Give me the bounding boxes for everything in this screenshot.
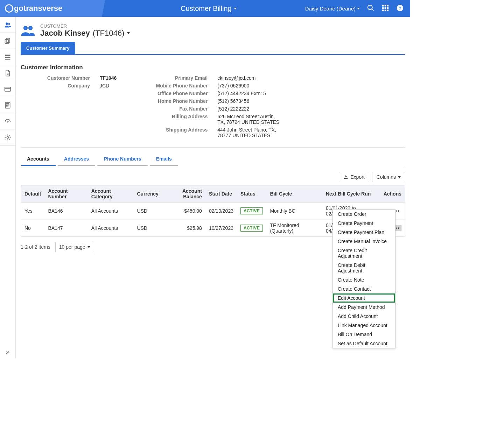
help-icon[interactable]: ? xyxy=(396,4,404,13)
cell-default: No xyxy=(21,220,44,237)
label-home: Home Phone Number xyxy=(148,98,208,104)
customer-code: (TF1046) xyxy=(93,29,124,38)
menu-item-create-debit-adjustment[interactable]: Create Debit Adjustment xyxy=(333,261,395,275)
svg-point-33 xyxy=(7,136,9,138)
cell-start-date: 02/10/2023 xyxy=(205,203,237,220)
brand-logo[interactable]: gotransverse xyxy=(0,0,112,17)
subtab-addresses[interactable]: Addresses xyxy=(58,153,96,166)
caret-down-icon xyxy=(398,176,401,178)
svg-point-13 xyxy=(8,23,10,25)
label-shipping: Shipping Address xyxy=(148,127,208,138)
user-menu[interactable]: Daisy Deane (Deane) xyxy=(305,6,360,12)
document-icon xyxy=(4,70,11,77)
customer-info-section: Customer Information Customer Number TF1… xyxy=(16,55,410,138)
cell-account-number: BA147 xyxy=(44,220,88,237)
rail-customers[interactable] xyxy=(0,17,15,33)
svg-point-27 xyxy=(8,105,9,106)
subtab-accounts[interactable]: Accounts xyxy=(21,153,56,166)
apps-grid-icon[interactable] xyxy=(382,4,389,13)
menu-item-set-as-default-account[interactable]: Set as Default Account xyxy=(333,339,395,348)
rail-expand-toggle[interactable] xyxy=(0,346,15,359)
value-customer-number: TF1046 xyxy=(100,75,117,81)
download-icon xyxy=(343,175,348,179)
menu-item-bill-on-demand[interactable]: Bill On Demand xyxy=(333,330,395,339)
svg-rect-22 xyxy=(5,88,11,89)
svg-rect-14 xyxy=(6,38,10,42)
menu-item-create-contact[interactable]: Create Contact xyxy=(333,284,395,293)
value-mobile: (737) 0626900 xyxy=(217,83,280,88)
section-heading: Customer Information xyxy=(21,64,405,71)
copy-icon xyxy=(4,37,11,44)
columns-button[interactable]: Columns xyxy=(372,172,405,182)
rail-copy[interactable] xyxy=(0,33,15,49)
menu-item-edit-account[interactable]: Edit Account xyxy=(333,293,395,303)
svg-point-29 xyxy=(7,106,8,107)
th-start-date[interactable]: Start Date xyxy=(205,185,237,203)
value-home: (512) 5673456 xyxy=(217,98,280,104)
label-company: Company xyxy=(27,83,90,88)
per-page-label: 10 per page xyxy=(59,244,85,250)
menu-item-link-managed-account[interactable]: Link Managed Account xyxy=(333,321,395,330)
th-account-number[interactable]: Account Number xyxy=(44,185,88,203)
svg-rect-24 xyxy=(6,103,9,104)
customer-switcher[interactable]: Jacob Kinsey (TF1046) xyxy=(40,29,130,38)
rail-document[interactable] xyxy=(0,65,15,81)
menu-item-add-payment-method[interactable]: Add Payment Method xyxy=(333,303,395,312)
cell-bill-cycle: TF Monitored (Quarterly) xyxy=(266,220,322,237)
th-default[interactable]: Default xyxy=(21,185,44,203)
cell-default: Yes xyxy=(21,203,44,220)
svg-rect-17 xyxy=(5,57,10,58)
subtab-phone-numbers[interactable]: Phone Numbers xyxy=(97,153,147,166)
label-primary-email: Primary Email xyxy=(148,75,208,81)
menu-item-add-child-account[interactable]: Add Child Account xyxy=(333,312,395,321)
th-account-category[interactable]: Account Category xyxy=(88,185,134,203)
rail-settings[interactable] xyxy=(0,129,15,146)
page-header: CUSTOMER Jacob Kinsey (TF1046) xyxy=(16,21,410,38)
breadcrumb: CUSTOMER xyxy=(40,23,130,29)
svg-text:?: ? xyxy=(399,5,401,10)
subtab-emails[interactable]: Emails xyxy=(150,153,178,166)
user-name: Daisy Deane (Deane) xyxy=(305,6,356,12)
caret-down-icon xyxy=(357,8,360,9)
svg-rect-4 xyxy=(382,7,384,9)
menu-item-create-note[interactable]: Create Note xyxy=(333,275,395,284)
brand-text: gotransverse xyxy=(14,4,62,13)
th-bill-cycle[interactable]: Bill Cycle xyxy=(266,185,322,203)
th-next-run[interactable]: Next Bill Cycle Run xyxy=(322,185,380,203)
menu-item-create-order[interactable]: Create Order xyxy=(333,210,395,219)
svg-point-34 xyxy=(23,26,28,30)
export-button[interactable]: Export xyxy=(339,172,369,182)
svg-rect-18 xyxy=(5,59,10,60)
menu-item-create-manual-invoice[interactable]: Create Manual Invoice xyxy=(333,237,395,246)
svg-point-26 xyxy=(7,105,8,106)
value-shipping: 444 John Street Plano, TX, 78777 UNITED … xyxy=(217,127,280,138)
app-title-text: Customer Billing xyxy=(181,5,232,13)
calculator-icon xyxy=(4,102,11,109)
svg-rect-1 xyxy=(382,5,384,6)
app-title-dropdown[interactable]: Customer Billing xyxy=(112,5,305,13)
menu-item-create-payment[interactable]: Create Payment xyxy=(333,219,395,228)
svg-point-35 xyxy=(28,26,33,30)
tab-customer-summary[interactable]: Customer Summary xyxy=(21,42,75,54)
svg-point-30 xyxy=(8,106,9,107)
svg-rect-16 xyxy=(5,55,10,56)
caret-down-icon xyxy=(234,8,237,9)
th-status[interactable]: Status xyxy=(237,185,266,203)
rail-server[interactable] xyxy=(0,49,15,65)
th-currency[interactable]: Currency xyxy=(133,185,162,203)
search-icon[interactable] xyxy=(367,4,374,13)
label-customer-number: Customer Number xyxy=(27,75,90,81)
rail-card[interactable] xyxy=(0,81,15,97)
svg-point-28 xyxy=(6,106,7,107)
menu-item-create-credit-adjustment[interactable]: Create Credit Adjustment xyxy=(333,246,395,261)
chevron-right-double-icon xyxy=(5,349,10,355)
per-page-select[interactable]: 10 per page xyxy=(55,242,94,252)
value-fax: (512) 2222222 xyxy=(217,106,280,112)
menu-item-create-payment-plan[interactable]: Create Payment Plan xyxy=(333,228,395,237)
svg-rect-15 xyxy=(5,39,9,43)
rail-dashboard[interactable] xyxy=(0,113,15,129)
caret-down-icon xyxy=(88,246,90,248)
th-balance[interactable]: Account Balance xyxy=(162,185,205,203)
svg-rect-2 xyxy=(385,5,386,6)
rail-calculator[interactable] xyxy=(0,97,15,113)
